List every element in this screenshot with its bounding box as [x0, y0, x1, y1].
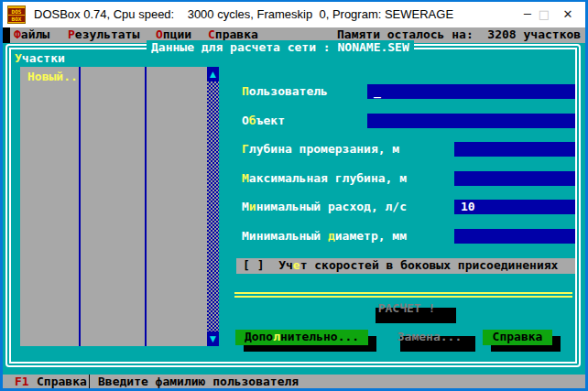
checkbox-box: [ ]: [243, 258, 264, 272]
freezing-depth-label: Глубина промерзания, м: [242, 142, 399, 157]
status-bar: F1 Справка Введите фамилию пользователя: [3, 375, 585, 388]
f1-key-hint: F1: [15, 375, 29, 388]
sections-listbox[interactable]: Новый.. ▲ ▼: [20, 67, 219, 346]
user-input[interactable]: _: [367, 84, 575, 99]
max-depth-label: Максимальная глубина, м: [242, 171, 407, 186]
scrollbar-track[interactable]: [207, 81, 219, 331]
menu-item-results[interactable]: Результаты: [68, 27, 139, 43]
dosbox-window: DOS BOX DOSBox 0.74, Cpu speed: 3000 cyc…: [0, 0, 588, 391]
maximize-icon[interactable]: □: [531, 2, 557, 27]
min-flow-label: Минимальный расход, л/с: [242, 200, 407, 214]
dosbox-app-icon: DOS BOX: [7, 5, 26, 24]
menu-item-files[interactable]: Файлы: [14, 27, 49, 43]
extra-button[interactable]: Дополнительно...: [235, 330, 368, 345]
separator-line: [234, 296, 572, 298]
object-input[interactable]: [367, 114, 575, 128]
list-item-new[interactable]: Новый..: [27, 70, 78, 84]
scroll-down-icon[interactable]: ▼: [207, 331, 219, 346]
replace-button[interactable]: Замена...: [392, 330, 467, 345]
window-title: DOSBox 0.74, Cpu speed: 3000 cycles, Fra…: [34, 2, 453, 27]
freezing-depth-input[interactable]: [454, 142, 575, 157]
text-cursor: _: [374, 84, 381, 98]
user-field-label: Пользователь: [242, 84, 328, 99]
status-message: Введите фамилию пользователя: [98, 375, 299, 388]
app-icon-text-top: DOS: [8, 8, 25, 15]
menu-left-black-cell: [3, 27, 10, 43]
app-icon-text-bottom: BOX: [8, 16, 25, 22]
listbox-scrollbar[interactable]: ▲ ▼: [207, 67, 219, 346]
min-diameter-label: Минимальный диаметр, мм: [242, 229, 407, 244]
object-field-label: Объект: [242, 114, 285, 128]
separator-line: [234, 292, 572, 294]
side-connections-checkbox[interactable]: [ ] Учет скоростей в боковых присоединен…: [236, 258, 575, 274]
calc-button[interactable]: РАСЧЕТ !: [366, 301, 447, 317]
listbox-column-divider: [79, 67, 81, 346]
dialog-title: Данные для расчета сети : NONAME.SEW: [147, 40, 414, 56]
close-icon[interactable]: ✕: [555, 2, 581, 27]
f1-help-label: Справка: [37, 375, 87, 388]
max-depth-input[interactable]: [454, 171, 575, 186]
scroll-up-icon[interactable]: ▲: [207, 67, 219, 81]
sections-list-label: Участки: [15, 51, 65, 66]
min-diameter-input[interactable]: [454, 229, 575, 244]
status-divider: [89, 375, 90, 388]
dos-screen: Данные для расчета сети : NONAME.SEW Уча…: [3, 43, 585, 375]
min-flow-input[interactable]: 10: [454, 200, 575, 214]
listbox-column-divider: [145, 67, 147, 346]
window-titlebar[interactable]: DOS BOX DOSBox 0.74, Cpu speed: 3000 cyc…: [3, 2, 585, 27]
help-button[interactable]: Справка: [483, 330, 552, 345]
